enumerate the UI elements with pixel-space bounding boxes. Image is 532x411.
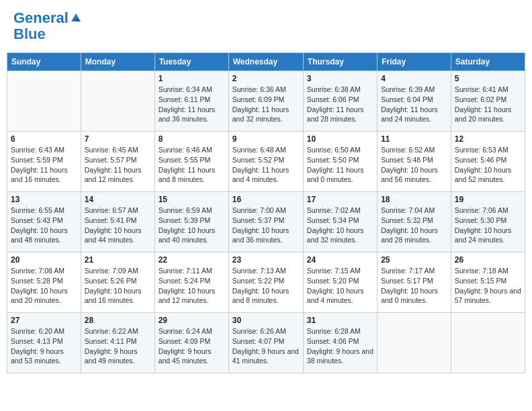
sunset-text: Sunset: 5:17 PM bbox=[381, 276, 447, 286]
sunrise-text: Sunrise: 7:18 AM bbox=[455, 266, 521, 276]
logo: General Blue bbox=[13, 10, 82, 42]
day-info: Sunrise: 6:55 AMSunset: 5:43 PMDaylight:… bbox=[11, 205, 77, 245]
sunset-text: Sunset: 5:57 PM bbox=[85, 155, 151, 165]
day-info: Sunrise: 6:38 AMSunset: 6:06 PMDaylight:… bbox=[307, 85, 373, 124]
calendar-table: SundayMondayTuesdayWednesdayThursdayFrid… bbox=[7, 52, 525, 373]
page-header: General Blue bbox=[7, 7, 525, 46]
sunrise-text: Sunrise: 6:52 AM bbox=[381, 145, 447, 155]
sunrise-text: Sunrise: 6:36 AM bbox=[232, 85, 300, 95]
calendar-cell: 10Sunrise: 6:50 AMSunset: 5:50 PMDayligh… bbox=[303, 132, 377, 192]
daylight-text: Daylight: 11 hours and 20 minutes. bbox=[455, 105, 521, 124]
sunset-text: Sunset: 5:15 PM bbox=[455, 276, 521, 286]
weekday-header-thursday: Thursday bbox=[303, 53, 377, 71]
daylight-text: Daylight: 10 hours and 8 minutes. bbox=[232, 286, 300, 306]
calendar-cell: 13Sunrise: 6:55 AMSunset: 5:43 PMDayligh… bbox=[7, 192, 81, 253]
day-info: Sunrise: 6:34 AMSunset: 6:11 PMDaylight:… bbox=[159, 85, 225, 124]
calendar-cell: 24Sunrise: 7:15 AMSunset: 5:20 PMDayligh… bbox=[303, 253, 377, 313]
daylight-text: Daylight: 11 hours and 4 minutes. bbox=[232, 165, 300, 185]
daylight-text: Daylight: 10 hours and 0 minutes. bbox=[381, 286, 447, 306]
day-number: 29 bbox=[159, 316, 225, 325]
weekday-header-row: SundayMondayTuesdayWednesdayThursdayFrid… bbox=[7, 53, 525, 71]
day-number: 22 bbox=[159, 255, 225, 265]
sunset-text: Sunset: 6:11 PM bbox=[159, 95, 225, 105]
sunset-text: Sunset: 5:59 PM bbox=[11, 155, 77, 165]
calendar-cell bbox=[7, 71, 81, 132]
daylight-text: Daylight: 10 hours and 56 minutes. bbox=[381, 165, 447, 185]
daylight-text: Daylight: 11 hours and 28 minutes. bbox=[307, 105, 373, 124]
weekday-header-friday: Friday bbox=[378, 53, 451, 71]
weekday-header-tuesday: Tuesday bbox=[154, 53, 228, 71]
daylight-text: Daylight: 11 hours and 16 minutes. bbox=[11, 165, 77, 185]
calendar-week-row: 13Sunrise: 6:55 AMSunset: 5:43 PMDayligh… bbox=[7, 192, 525, 253]
daylight-text: Daylight: 11 hours and 0 minutes. bbox=[307, 165, 373, 185]
day-number: 10 bbox=[307, 134, 373, 144]
day-info: Sunrise: 6:28 AMSunset: 4:06 PMDaylight:… bbox=[307, 326, 373, 366]
sunset-text: Sunset: 6:02 PM bbox=[455, 95, 521, 105]
sunset-text: Sunset: 5:52 PM bbox=[232, 155, 300, 165]
sunrise-text: Sunrise: 6:45 AM bbox=[85, 145, 151, 155]
calendar-cell bbox=[378, 313, 451, 373]
day-number: 17 bbox=[307, 195, 373, 204]
sunset-text: Sunset: 5:41 PM bbox=[85, 216, 151, 226]
sunrise-text: Sunrise: 7:11 AM bbox=[159, 266, 225, 276]
calendar-cell: 28Sunrise: 6:22 AMSunset: 4:11 PMDayligh… bbox=[81, 313, 154, 373]
sunrise-text: Sunrise: 6:57 AM bbox=[85, 205, 151, 216]
day-number: 15 bbox=[159, 195, 225, 204]
calendar-cell: 6Sunrise: 6:43 AMSunset: 5:59 PMDaylight… bbox=[7, 132, 81, 192]
calendar-cell: 30Sunrise: 6:26 AMSunset: 4:07 PMDayligh… bbox=[228, 313, 303, 373]
calendar-cell bbox=[451, 313, 525, 373]
day-number: 4 bbox=[381, 74, 447, 83]
sunrise-text: Sunrise: 7:15 AM bbox=[307, 266, 373, 276]
day-number: 30 bbox=[232, 316, 300, 325]
day-number: 21 bbox=[85, 255, 151, 265]
day-info: Sunrise: 7:13 AMSunset: 5:22 PMDaylight:… bbox=[232, 266, 300, 306]
sunset-text: Sunset: 5:46 PM bbox=[455, 155, 521, 165]
sunset-text: Sunset: 6:04 PM bbox=[381, 95, 447, 105]
sunrise-text: Sunrise: 7:13 AM bbox=[232, 266, 300, 276]
day-number: 20 bbox=[11, 255, 77, 265]
day-number: 25 bbox=[381, 255, 447, 265]
day-info: Sunrise: 6:45 AMSunset: 5:57 PMDaylight:… bbox=[85, 145, 151, 185]
day-info: Sunrise: 6:22 AMSunset: 4:11 PMDaylight:… bbox=[85, 326, 151, 366]
sunrise-text: Sunrise: 6:53 AM bbox=[455, 145, 521, 155]
daylight-text: Daylight: 9 hours and 49 minutes. bbox=[85, 347, 151, 366]
day-number: 5 bbox=[455, 74, 521, 83]
day-info: Sunrise: 7:02 AMSunset: 5:34 PMDaylight:… bbox=[307, 205, 373, 245]
day-info: Sunrise: 7:17 AMSunset: 5:17 PMDaylight:… bbox=[381, 266, 447, 306]
sunrise-text: Sunrise: 6:59 AM bbox=[159, 205, 225, 216]
day-info: Sunrise: 7:18 AMSunset: 5:15 PMDaylight:… bbox=[455, 266, 521, 306]
calendar-cell: 11Sunrise: 6:52 AMSunset: 5:48 PMDayligh… bbox=[378, 132, 451, 192]
sunrise-text: Sunrise: 6:34 AM bbox=[159, 85, 225, 95]
daylight-text: Daylight: 9 hours and 57 minutes. bbox=[455, 286, 521, 306]
calendar-cell: 17Sunrise: 7:02 AMSunset: 5:34 PMDayligh… bbox=[303, 192, 377, 253]
sunrise-text: Sunrise: 6:55 AM bbox=[11, 205, 77, 216]
sunrise-text: Sunrise: 6:41 AM bbox=[455, 85, 521, 95]
daylight-text: Daylight: 10 hours and 32 minutes. bbox=[307, 226, 373, 245]
logo-text: General bbox=[13, 10, 82, 26]
day-number: 7 bbox=[85, 134, 151, 144]
daylight-text: Daylight: 9 hours and 53 minutes. bbox=[11, 347, 77, 366]
day-info: Sunrise: 6:53 AMSunset: 5:46 PMDaylight:… bbox=[455, 145, 521, 185]
daylight-text: Daylight: 11 hours and 36 minutes. bbox=[159, 105, 225, 124]
day-info: Sunrise: 7:04 AMSunset: 5:32 PMDaylight:… bbox=[381, 205, 447, 245]
calendar-cell: 9Sunrise: 6:48 AMSunset: 5:52 PMDaylight… bbox=[228, 132, 303, 192]
sunset-text: Sunset: 6:09 PM bbox=[232, 95, 300, 105]
calendar-cell: 29Sunrise: 6:24 AMSunset: 4:09 PMDayligh… bbox=[154, 313, 228, 373]
day-number: 19 bbox=[455, 195, 521, 204]
calendar-cell: 16Sunrise: 7:00 AMSunset: 5:37 PMDayligh… bbox=[228, 192, 303, 253]
daylight-text: Daylight: 11 hours and 32 minutes. bbox=[232, 105, 300, 124]
weekday-header-wednesday: Wednesday bbox=[228, 53, 303, 71]
calendar-week-row: 20Sunrise: 7:08 AMSunset: 5:28 PMDayligh… bbox=[7, 253, 525, 313]
calendar-cell: 15Sunrise: 6:59 AMSunset: 5:39 PMDayligh… bbox=[154, 192, 228, 253]
calendar-cell: 4Sunrise: 6:39 AMSunset: 6:04 PMDaylight… bbox=[378, 71, 451, 132]
calendar-cell: 25Sunrise: 7:17 AMSunset: 5:17 PMDayligh… bbox=[378, 253, 451, 313]
sunset-text: Sunset: 4:13 PM bbox=[11, 336, 77, 347]
daylight-text: Daylight: 10 hours and 36 minutes. bbox=[232, 226, 300, 245]
day-info: Sunrise: 7:00 AMSunset: 5:37 PMDaylight:… bbox=[232, 205, 300, 245]
day-number: 2 bbox=[232, 74, 300, 83]
sunrise-text: Sunrise: 6:46 AM bbox=[159, 145, 225, 155]
sunset-text: Sunset: 5:48 PM bbox=[381, 155, 447, 165]
day-number: 28 bbox=[85, 316, 151, 325]
sunrise-text: Sunrise: 6:24 AM bbox=[159, 326, 225, 336]
day-info: Sunrise: 6:46 AMSunset: 5:55 PMDaylight:… bbox=[159, 145, 225, 185]
